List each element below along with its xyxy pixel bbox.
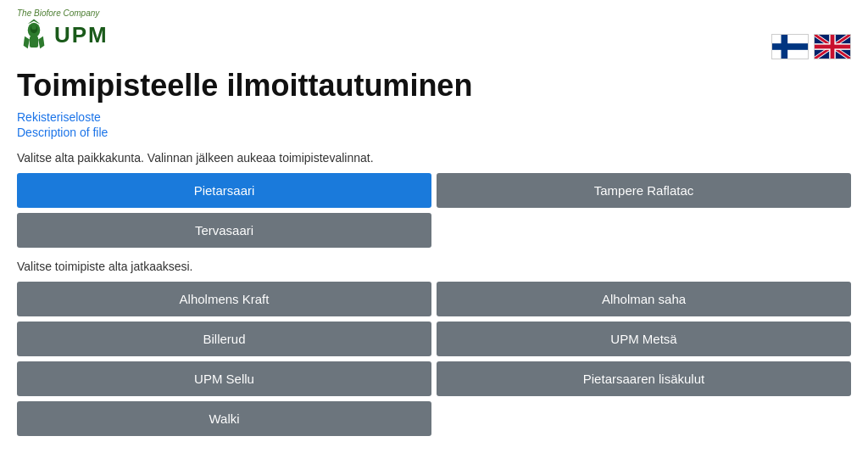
flag-english[interactable] — [814, 34, 851, 59]
site-buttons-grid: Alholmens Kraft Alholman saha Billerud U… — [17, 282, 851, 436]
site-btn-walki[interactable]: Walki — [17, 401, 431, 436]
header: The Biofore Company UPM — [17, 8, 851, 59]
page-title: Toimipisteelle ilmoittautuminen — [17, 68, 851, 103]
company-tagline: The Biofore Company — [17, 8, 99, 18]
location-btn-tervasaari[interactable]: Tervasaari — [17, 213, 431, 248]
rekisteriseloste-link[interactable]: Rekisteriseloste — [17, 110, 851, 124]
svg-rect-18 — [831, 35, 835, 59]
location-buttons-grid: Pietarsaari Tampere Raflatac Tervasaari — [17, 173, 851, 248]
upm-logo: UPM — [17, 18, 108, 52]
uk-flag-svg — [815, 34, 850, 59]
site-btn-pietarsaaren-lisakulut[interactable]: Pietarsaaren lisäkulut — [437, 361, 851, 396]
site-btn-billerud[interactable]: Billerud — [17, 322, 431, 356]
location-instruction: Valitse alta paikkakunta. Valinnan jälke… — [17, 151, 851, 165]
finnish-flag-svg — [772, 34, 808, 59]
svg-rect-8 — [772, 43, 808, 50]
site-btn-alholmens-kraft[interactable]: Alholmens Kraft — [17, 282, 431, 316]
griffin-icon — [17, 18, 51, 52]
site-btn-upm-metsa[interactable]: UPM Metsä — [437, 322, 851, 356]
svg-marker-3 — [24, 36, 30, 49]
svg-rect-2 — [30, 36, 38, 48]
description-of-file-link[interactable]: Description of file — [17, 126, 851, 139]
svg-rect-9 — [782, 35, 788, 59]
svg-marker-4 — [38, 36, 44, 49]
upm-text: UPM — [54, 22, 108, 48]
page-wrapper: The Biofore Company UPM — [0, 0, 868, 453]
svg-point-6 — [31, 25, 36, 30]
site-btn-upm-sellu[interactable]: UPM Sellu — [17, 361, 431, 396]
location-btn-pietarsaari[interactable]: Pietarsaari — [17, 173, 431, 208]
location-btn-tampere[interactable]: Tampere Raflatac — [437, 173, 851, 208]
language-selector — [771, 34, 851, 59]
site-instruction: Valitse toimipiste alta jatkaaksesi. — [17, 260, 851, 273]
logo-area: The Biofore Company UPM — [17, 8, 108, 52]
flag-finnish[interactable] — [771, 34, 809, 59]
site-btn-alholman-saha[interactable]: Alholman saha — [437, 282, 851, 316]
